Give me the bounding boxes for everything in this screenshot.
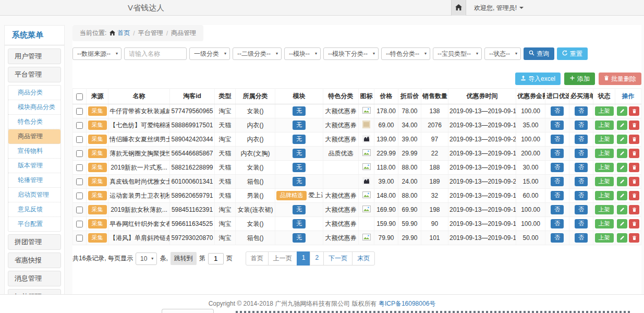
status-badge[interactable]: 上架 [595,177,614,186]
delete-button[interactable] [629,149,639,158]
page-button[interactable]: 首页 [246,251,269,266]
icp-link[interactable]: 粤ICP备16098006号 [379,300,435,307]
sidebar-item[interactable]: 省惠快报 [8,252,61,268]
import-flag-badge[interactable]: 否 [551,219,564,228]
row-checkbox[interactable] [76,178,83,185]
edit-button[interactable] [617,149,627,158]
delete-button[interactable] [629,135,639,144]
must-buy-badge[interactable]: 否 [575,163,588,172]
sidebar-subitem[interactable]: 宣传物料 [8,144,60,159]
status-badge[interactable]: 上架 [595,149,614,158]
import-excel-button[interactable]: 导入excel [515,73,561,85]
page-size-select[interactable]: 10 ▾ [136,252,157,265]
row-checkbox[interactable] [76,192,83,199]
must-buy-badge[interactable]: 否 [575,177,588,186]
module-badge[interactable]: 品牌精选 [276,191,307,200]
status-badge[interactable]: 上架 [595,233,614,243]
must-buy-badge[interactable]: 否 [575,191,588,200]
add-button[interactable]: 添加 [564,73,595,85]
sidebar-subitem[interactable]: 特色分类 [8,115,60,129]
row-checkbox[interactable] [76,122,83,129]
sidebar-subitem[interactable]: 版本管理 [8,159,60,173]
module-badge[interactable]: 无 [293,135,306,144]
status-badge[interactable]: 上架 [595,191,614,200]
home-button[interactable] [451,0,466,16]
status-badge[interactable]: 上架 [595,106,614,116]
row-checkbox[interactable] [76,221,83,227]
page-number-input[interactable] [208,253,224,264]
row-checkbox[interactable] [76,136,83,143]
sidebar-subitem[interactable]: 启动页管理 [8,188,60,202]
reset-button[interactable]: 重置 [557,47,588,60]
sidebar-subitem[interactable]: 平台配置 [8,217,60,231]
sidebar-item[interactable]: 平台管理 [8,67,61,82]
search-button[interactable]: 查询 [524,47,554,60]
module-badge[interactable]: 无 [293,205,306,214]
import-flag-badge[interactable]: 否 [551,177,564,186]
page-button[interactable]: 下一页 [323,251,353,266]
import-flag-badge[interactable]: 否 [551,191,564,200]
import-flag-badge[interactable]: 否 [551,163,564,172]
status-badge[interactable]: 上架 [595,205,614,214]
batch-delete-button[interactable]: 批量删除 [599,73,641,85]
delete-button[interactable] [629,177,639,186]
module-badge[interactable]: 无 [293,163,306,172]
edit-button[interactable] [617,106,627,116]
select-all-checkbox[interactable] [76,93,83,100]
row-checkbox[interactable] [76,108,83,115]
sidebar-item[interactable]: 消息管理 [8,271,61,286]
filter-select[interactable]: --数据来源--▾ [72,47,121,60]
edit-button[interactable] [617,219,627,228]
filter-select[interactable]: --模块下分类--▾ [323,47,379,60]
sidebar-subitem[interactable]: 模块商品分类 [8,100,60,115]
page-button[interactable]: 上一页 [268,251,297,266]
module-badge[interactable]: 无 [293,121,306,130]
import-flag-badge[interactable]: 否 [551,149,564,158]
delete-button[interactable] [629,205,639,214]
filter-select[interactable]: --特色分类--▾ [381,47,430,60]
status-badge[interactable]: 上架 [595,219,614,228]
row-checkbox[interactable] [76,164,83,171]
must-buy-badge[interactable]: 否 [575,106,588,116]
edit-button[interactable] [617,135,627,144]
row-checkbox[interactable] [76,235,83,242]
delete-button[interactable] [629,191,639,200]
import-flag-badge[interactable]: 否 [551,121,564,130]
delete-button[interactable] [629,233,639,243]
delete-button[interactable] [629,219,639,228]
jump-button[interactable]: 跳转到 [171,252,197,265]
page-button[interactable]: 2 [310,251,324,266]
import-flag-badge[interactable]: 否 [551,135,564,144]
edit-button[interactable] [617,191,627,200]
module-badge[interactable]: 无 [293,106,306,116]
module-badge[interactable]: 无 [293,233,306,243]
must-buy-badge[interactable]: 否 [575,233,588,243]
sidebar-subitem[interactable]: 商品管理 [8,129,60,144]
edit-button[interactable] [617,233,627,243]
import-flag-badge[interactable]: 否 [551,233,564,243]
module-badge[interactable]: 无 [293,177,306,186]
import-flag-badge[interactable]: 否 [551,106,564,116]
module-badge[interactable]: 无 [293,149,306,158]
status-badge[interactable]: 上架 [595,163,614,172]
import-flag-badge[interactable]: 否 [551,205,564,214]
sidebar-item[interactable]: 用户管理 [8,49,61,64]
breadcrumb-home-link[interactable]: 首页 [110,29,130,38]
user-menu[interactable]: 欢迎您, 管理员! [474,4,524,13]
sidebar-subitem[interactable]: 商品分类 [8,86,60,100]
delete-button[interactable] [629,163,639,172]
delete-button[interactable] [629,121,639,130]
must-buy-badge[interactable]: 否 [575,219,588,228]
sidebar-subitem[interactable]: 意见反馈 [8,202,60,217]
status-badge[interactable]: 上架 [595,121,614,130]
page-button[interactable]: 1 [297,251,311,266]
edit-button[interactable] [617,177,627,186]
module-badge[interactable]: 无 [293,219,306,228]
name-filter-input[interactable] [124,47,187,60]
sidebar-item[interactable]: 拼团管理 [8,234,61,250]
edit-button[interactable] [617,163,627,172]
status-badge[interactable]: 上架 [595,135,614,144]
sidebar-subitem[interactable]: 轮播管理 [8,173,60,188]
filter-select[interactable]: --宝贝类型--▾ [433,47,482,60]
must-buy-badge[interactable]: 否 [575,121,588,130]
